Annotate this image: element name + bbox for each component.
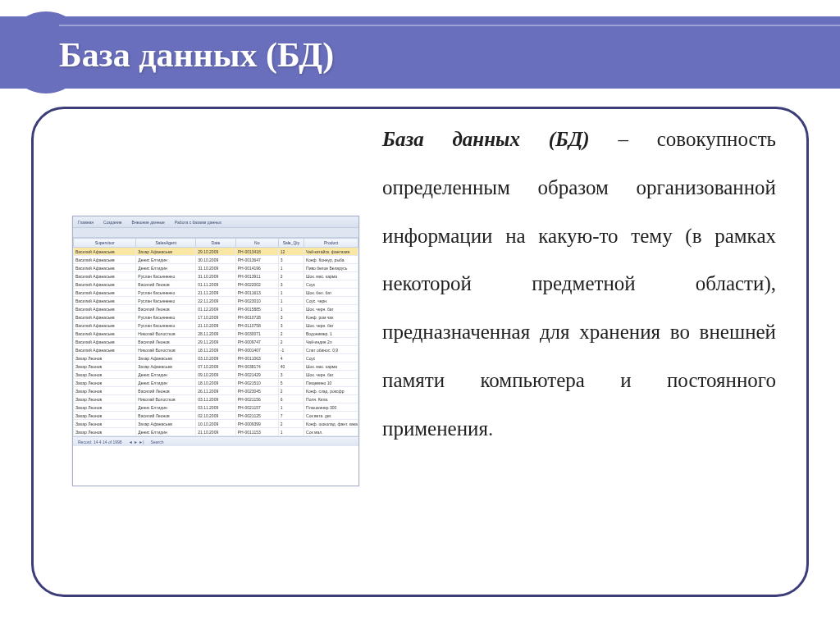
table-cell: Захар Леонов	[74, 428, 136, 436]
table-cell: Соус	[304, 280, 358, 289]
table-cell: Чай-индия 2л	[304, 338, 358, 346]
table-cell: PH-0038174	[235, 362, 278, 371]
definition-body: совокупность определенным образом органи…	[382, 128, 776, 440]
search-label: Search	[151, 440, 164, 444]
table-row: Василий АфанасьевНиколай Волостков28.11.…	[74, 330, 358, 338]
table-cell: Конф. Коннур, рыба	[304, 256, 358, 264]
table-row: Василий АфанасьевРуслан Касьяненко21.11.…	[74, 289, 358, 297]
table-cell: 21.10.2009	[196, 321, 236, 330]
table-cell: Денис Елтидин	[136, 256, 196, 264]
table-cell: 18.11.2009	[196, 346, 236, 354]
table-cell: 29.10.2009	[196, 248, 236, 256]
table-cell: Денис Елтидин	[136, 379, 196, 387]
table-cell: 03.11.2009	[196, 403, 236, 412]
table-cell: Николай Волостков	[136, 395, 196, 403]
table-cell: Водонимер. 1	[304, 330, 358, 338]
table-cell: 18.10.2009	[196, 379, 236, 387]
table-row: Захар ЛеоновДенис Елтидин03.11.2009PH-00…	[74, 403, 358, 412]
table-cell: Василий Леонов	[136, 412, 196, 420]
table-cell: Василий Афанасьев	[74, 280, 136, 289]
table-cell: Захар Леонов	[74, 395, 136, 403]
table-cell: PH-0014196	[235, 264, 278, 272]
table-cell: Руслан Касьяненко	[136, 321, 196, 330]
db-status-bar: Record: 14 4 14 of 1998 ◄ ► ►| Search	[73, 436, 358, 446]
table-cell: 2	[278, 272, 304, 280]
table-cell: Николай Волостков	[136, 346, 196, 354]
table-cell: Захар Леонов	[74, 403, 136, 412]
ribbon-tab: Главная	[78, 220, 94, 225]
table-cell: Денис Елтидин	[136, 403, 196, 412]
table-cell: Шок. черн. бат	[304, 371, 358, 379]
definition-dash: –	[590, 128, 657, 150]
table-col-header: Supervisor	[74, 239, 136, 248]
table-cell: 01.12.2009	[196, 305, 236, 313]
table-cell: PH-0001407	[235, 346, 278, 354]
table-cell: PH-0022002	[235, 280, 278, 289]
table-cell: Василий Афанасьев	[74, 272, 136, 280]
slide-title-banner: База данных (БД)	[0, 16, 840, 89]
table-cell: 22.11.2009	[196, 297, 236, 305]
table-cell: 5	[278, 379, 304, 387]
table-cell: Сок вета. дет.	[304, 412, 358, 420]
table-cell: Николай Волостков	[136, 330, 196, 338]
table-row: Захар ЛеоновДенис Елтидин18.10.2009PH-00…	[74, 379, 358, 387]
table-cell: Захар Леонов	[74, 420, 136, 428]
table-cell: 21.11.2009	[196, 289, 236, 297]
table-cell: PH-0110758	[235, 321, 278, 330]
table-cell: 2	[278, 330, 304, 338]
table-col-header: Date	[196, 239, 236, 248]
table-cell: 2	[278, 338, 304, 346]
table-cell: 21.10.2009	[196, 428, 236, 436]
ribbon-tab: Внешние данные	[132, 220, 165, 225]
table-cell: Захар Леонов	[74, 371, 136, 379]
table-row: Захар ЛеоновНиколай Волостков03.11.2009P…	[74, 395, 358, 403]
db-screenshot-illustration: Главная Создание Внешние данные Работа с…	[72, 216, 359, 486]
table-cell: 07.10.2009	[196, 362, 236, 371]
table-cell: Чай-китайск. фантазия	[304, 248, 358, 256]
table-row: Василий АфанасьевРуслан Касьяненко22.11.…	[74, 297, 358, 305]
table-cell: PH-0023045	[235, 387, 278, 395]
table-row: Василий АфанасьевВасилий Леонов29.11.200…	[74, 338, 358, 346]
table-row: Василий АфанасьевЗахар Афанасьев29.10.20…	[74, 248, 358, 256]
table-cell: Захар Леонов	[74, 379, 136, 387]
table-col-header: SalesAgent	[136, 239, 196, 248]
ribbon-tab: Работа с базами данных	[175, 220, 221, 225]
table-cell: Денис Елтидин	[136, 264, 196, 272]
table-cell: Василий Афанасьев	[74, 297, 136, 305]
table-cell: Плюшкинер 300	[304, 403, 358, 412]
table-cell: 3	[278, 280, 304, 289]
table-cell: PH-0023010	[235, 297, 278, 305]
table-cell: Денис Елтидин	[136, 428, 196, 436]
table-cell: 03.10.2009	[196, 354, 236, 362]
table-cell: PH-0011613	[235, 289, 278, 297]
table-cell: -1	[278, 346, 304, 354]
table-cell: 7	[278, 412, 304, 420]
table-cell: Захар Афанасьев	[136, 362, 196, 371]
table-cell: Пиво белое Беларусь	[304, 264, 358, 272]
table-cell: Руслан Касьяненко	[136, 297, 196, 305]
table-cell: 2	[278, 387, 304, 395]
table-cell: Василий Афанасьев	[74, 305, 136, 313]
table-cell: Шок. мас. карма	[304, 272, 358, 280]
table-cell: PH-0013647	[235, 256, 278, 264]
table-cell: 31.10.2009	[196, 272, 236, 280]
table-cell: 1	[278, 305, 304, 313]
table-cell: Василий Афанасьев	[74, 289, 136, 297]
table-cell: 01.11.2009	[196, 280, 236, 289]
table-cell: Соус	[304, 354, 358, 362]
table-cell: 29.11.2009	[196, 338, 236, 346]
table-cell: Василий Афанасьев	[74, 346, 136, 354]
table-cell: Соус. черн.	[304, 297, 358, 305]
table-header-row: Supervisor SalesAgent Date No Sale_Qty P…	[74, 239, 358, 248]
table-cell: PH-0021510	[235, 379, 278, 387]
table-cell: Шок. мас. карма	[304, 362, 358, 371]
table-cell: 6	[278, 395, 304, 403]
table-cell: Шок. черн. бат	[304, 321, 358, 330]
table-cell: Сок мал.	[304, 428, 358, 436]
ribbon-tab: Создание	[103, 220, 122, 225]
table-col-header: Product	[304, 239, 358, 248]
app-subribbon	[73, 228, 358, 238]
table-cell: 31.10.2009	[196, 264, 236, 272]
table-cell: Василий Афанасьев	[74, 256, 136, 264]
table-cell: 1	[278, 297, 304, 305]
